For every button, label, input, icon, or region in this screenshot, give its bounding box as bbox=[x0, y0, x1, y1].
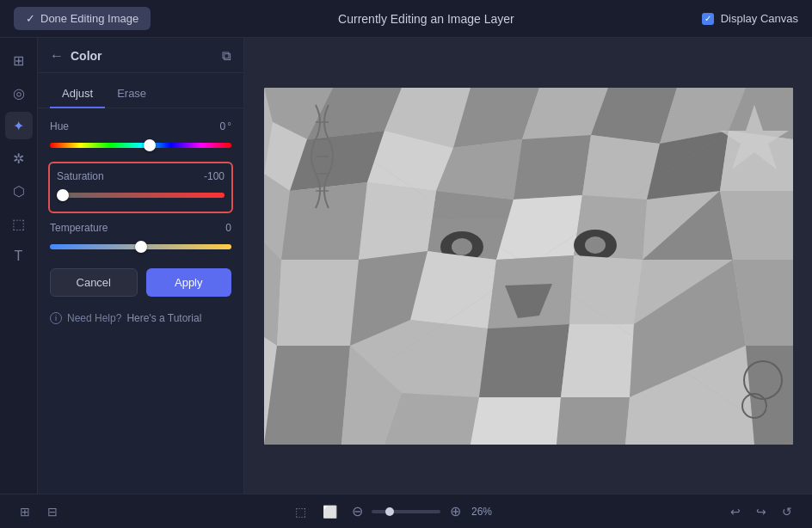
fit-screen-icon[interactable]: ⬚ bbox=[289, 500, 311, 523]
svg-marker-45 bbox=[471, 397, 561, 445]
bottom-left-tools: ⊞ ⊟ bbox=[14, 500, 64, 523]
top-bar: ✓ Done Editing Image Currently Editing a… bbox=[0, 0, 812, 38]
svg-point-22 bbox=[452, 238, 472, 255]
zoom-controls: ⬚ ⬜ ⊖ ⊕ 26% bbox=[289, 500, 499, 523]
toolbar-image-icon[interactable]: ⬚ bbox=[5, 210, 33, 237]
toolbar-star-icon[interactable]: ✲ bbox=[5, 144, 33, 172]
refresh-button[interactable]: ↺ bbox=[776, 500, 798, 523]
undo-button[interactable]: ↩ bbox=[724, 500, 747, 523]
help-text: Need Help? bbox=[67, 312, 121, 324]
saturation-label: Saturation bbox=[57, 170, 104, 182]
done-editing-button[interactable]: ✓ Done Editing Image bbox=[14, 7, 151, 30]
back-arrow-icon[interactable]: ← bbox=[50, 48, 64, 64]
temperature-slider-track bbox=[50, 244, 231, 249]
svg-marker-28 bbox=[720, 191, 793, 260]
svg-marker-13 bbox=[514, 135, 591, 200]
cancel-button[interactable]: Cancel bbox=[50, 268, 138, 297]
svg-marker-14 bbox=[582, 135, 660, 200]
apply-button[interactable]: Apply bbox=[146, 268, 232, 297]
redo-button[interactable]: ↪ bbox=[750, 500, 772, 523]
saturation-slider-track bbox=[57, 193, 225, 198]
hue-slider-thumb[interactable] bbox=[144, 139, 156, 151]
bottom-bar: ⊞ ⊟ ⬚ ⬜ ⊖ ⊕ 26% ↩ ↪ ↺ bbox=[0, 494, 812, 528]
controls-area: Hue 0 ° Saturation -100 bbox=[38, 108, 243, 309]
check-icon: ✓ bbox=[26, 12, 35, 25]
temperature-row: Temperature 0 bbox=[50, 222, 231, 234]
svg-marker-26 bbox=[359, 182, 436, 260]
saturation-slider-container[interactable] bbox=[57, 187, 225, 203]
canvas-area bbox=[244, 38, 812, 494]
tab-adjust[interactable]: Adjust bbox=[50, 82, 105, 108]
hue-label: Hue bbox=[50, 120, 69, 132]
zoom-control: ⊖ ⊕ bbox=[348, 502, 464, 521]
hue-slider-container[interactable] bbox=[50, 138, 231, 153]
zoom-percent: 26% bbox=[471, 506, 499, 518]
main-area: ⊞ ◎ ✦ ✲ ⬡ ⬚ T ← Color ⧉ Adjust Erase Hue bbox=[0, 38, 812, 494]
temperature-group: Temperature 0 bbox=[50, 222, 231, 255]
done-label: Done Editing Image bbox=[40, 12, 138, 25]
color-panel: ← Color ⧉ Adjust Erase Hue 0 ° bbox=[38, 38, 244, 494]
hue-slider-track bbox=[50, 143, 231, 148]
panel-header-left: ← Color bbox=[50, 48, 102, 64]
panel-header: ← Color ⧉ bbox=[38, 38, 243, 73]
display-canvas-wrap: Display Canvas bbox=[702, 12, 798, 25]
temperature-label: Temperature bbox=[50, 222, 108, 234]
zoom-slider-thumb[interactable] bbox=[385, 507, 394, 516]
copy-icon[interactable]: ⧉ bbox=[222, 48, 231, 64]
saturation-value: -100 bbox=[204, 170, 225, 182]
toolbar-effects-icon[interactable]: ⬡ bbox=[5, 177, 33, 205]
svg-marker-34 bbox=[277, 260, 359, 346]
temperature-slider-thumb[interactable] bbox=[135, 241, 147, 253]
fit-width-icon[interactable]: ⬜ bbox=[318, 500, 341, 523]
layers-icon[interactable]: ⊞ bbox=[14, 500, 36, 523]
canvas-image bbox=[264, 88, 793, 445]
svg-marker-36 bbox=[402, 320, 488, 397]
page-title: Currently Editing an Image Layer bbox=[338, 12, 514, 26]
grid-icon[interactable]: ⊟ bbox=[41, 500, 64, 523]
svg-marker-31 bbox=[569, 255, 643, 324]
icon-bar: ⊞ ◎ ✦ ✲ ⬡ ⬚ T bbox=[0, 38, 38, 494]
svg-point-23 bbox=[585, 236, 606, 254]
hue-value: 0 ° bbox=[220, 120, 232, 132]
zoom-in-button[interactable]: ⊕ bbox=[446, 502, 464, 521]
saturation-group: Saturation -100 bbox=[48, 162, 233, 213]
help-row: i Need Help? Here's a Tutorial bbox=[38, 312, 243, 336]
svg-marker-37 bbox=[479, 324, 569, 397]
zoom-out-button[interactable]: ⊖ bbox=[348, 502, 366, 521]
toolbar-eye-icon[interactable]: ◎ bbox=[5, 79, 33, 107]
saturation-row: Saturation -100 bbox=[57, 170, 225, 182]
art-svg bbox=[264, 88, 793, 445]
svg-marker-46 bbox=[557, 397, 630, 445]
bottom-right-tools: ↩ ↪ ↺ bbox=[724, 500, 798, 523]
help-icon: i bbox=[50, 312, 62, 324]
temperature-value: 0 bbox=[225, 222, 231, 234]
display-canvas-checkbox[interactable] bbox=[702, 13, 714, 25]
temperature-slider-container[interactable] bbox=[50, 239, 231, 255]
display-canvas-label: Display Canvas bbox=[721, 12, 798, 25]
hue-row: Hue 0 ° bbox=[50, 120, 231, 132]
tab-erase[interactable]: Erase bbox=[105, 82, 158, 108]
panel-title: Color bbox=[71, 49, 102, 63]
toolbar-text-icon[interactable]: T bbox=[5, 243, 33, 270]
hue-group: Hue 0 ° bbox=[50, 120, 231, 153]
zoom-slider-track[interactable] bbox=[372, 510, 440, 513]
action-buttons: Cancel Apply bbox=[50, 268, 231, 297]
saturation-slider-thumb[interactable] bbox=[57, 189, 69, 201]
toolbar-color-icon[interactable]: ✦ bbox=[5, 112, 33, 139]
panel-tabs: Adjust Erase bbox=[38, 73, 243, 108]
tutorial-link[interactable]: Here's a Tutorial bbox=[126, 312, 201, 324]
toolbar-adjust-icon[interactable]: ⊞ bbox=[5, 46, 33, 74]
svg-marker-38 bbox=[561, 324, 634, 397]
